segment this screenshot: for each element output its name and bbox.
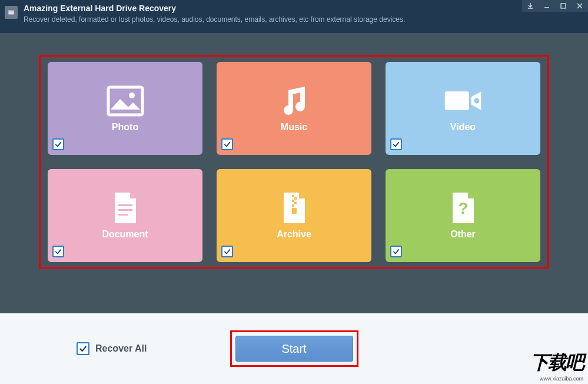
footer: Recover All Start 下载吧 www.xiazaiba.com <box>0 313 588 384</box>
document-icon <box>105 192 146 224</box>
video-icon <box>443 85 484 117</box>
svg-rect-18 <box>292 208 297 214</box>
checkbox-video[interactable] <box>390 138 402 150</box>
tile-other[interactable]: ? Other <box>386 169 540 262</box>
archive-icon <box>274 192 315 224</box>
download-icon[interactable] <box>522 0 539 12</box>
app-title: Amazing External Hard Drive Recovery <box>24 4 405 13</box>
minimize-button[interactable] <box>539 0 555 12</box>
tile-video[interactable]: Video <box>386 62 540 155</box>
maximize-button[interactable] <box>555 0 572 12</box>
tile-grid: Photo Music Video <box>48 62 540 262</box>
svg-rect-11 <box>118 209 132 211</box>
svg-point-9 <box>474 98 479 103</box>
svg-rect-6 <box>108 87 142 115</box>
app-icon <box>5 6 18 19</box>
watermark-url: www.xiazaiba.com <box>530 376 583 382</box>
tile-label: Archive <box>277 229 311 240</box>
svg-point-7 <box>129 92 135 98</box>
tile-label: Other <box>450 229 476 240</box>
titlebar: Amazing External Hard Drive Recovery Rec… <box>0 0 588 33</box>
tile-label: Document <box>102 229 148 240</box>
svg-rect-14 <box>294 197 297 200</box>
music-icon <box>274 85 315 117</box>
recover-all-option[interactable]: Recover All <box>77 342 147 355</box>
checkbox-other[interactable] <box>390 246 402 257</box>
watermark-text: 下载吧 <box>530 352 583 373</box>
svg-text:?: ? <box>458 199 468 217</box>
svg-rect-3 <box>561 4 566 8</box>
tile-document[interactable]: Document <box>48 169 202 262</box>
other-icon: ? <box>443 192 484 224</box>
svg-rect-17 <box>292 204 294 207</box>
svg-rect-1 <box>8 11 14 12</box>
start-button[interactable]: Start <box>235 336 353 362</box>
checkbox-photo[interactable] <box>52 138 64 150</box>
tile-archive[interactable]: Archive <box>217 169 371 262</box>
svg-rect-8 <box>444 91 469 110</box>
tile-photo[interactable]: Photo <box>48 62 202 155</box>
tiles-highlight: Photo Music Video <box>39 55 549 269</box>
app-subtitle: Recover deleted, formatted or lost photo… <box>24 15 405 24</box>
watermark: 下载吧 www.xiazaiba.com <box>526 347 588 384</box>
svg-rect-10 <box>118 204 132 206</box>
checkbox-archive[interactable] <box>221 246 233 257</box>
photo-icon <box>105 85 146 117</box>
checkbox-recover-all[interactable] <box>77 342 89 355</box>
tile-label: Photo <box>112 122 138 133</box>
tile-label: Video <box>450 122 476 133</box>
svg-rect-12 <box>118 214 128 216</box>
tile-label: Music <box>281 122 307 133</box>
svg-rect-13 <box>292 195 294 197</box>
tile-music[interactable]: Music <box>217 62 371 155</box>
svg-rect-16 <box>294 202 297 204</box>
svg-rect-15 <box>292 200 294 202</box>
close-button[interactable] <box>572 0 588 12</box>
recover-all-label: Recover All <box>95 343 147 354</box>
checkbox-music[interactable] <box>221 138 233 150</box>
start-highlight: Start <box>230 330 358 367</box>
checkbox-document[interactable] <box>52 246 64 257</box>
window-controls <box>522 0 588 12</box>
content-area: Photo Music Video <box>0 33 588 313</box>
